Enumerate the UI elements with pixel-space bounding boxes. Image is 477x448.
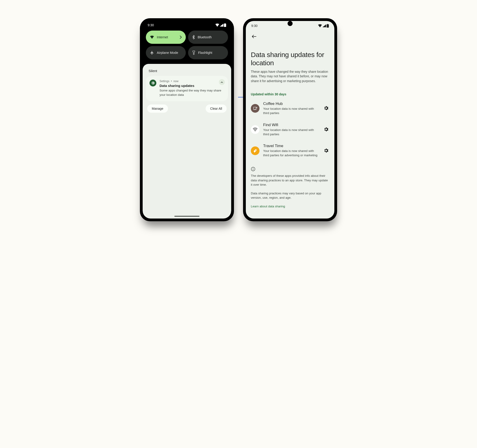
phone-notification-shade: 9:30 Internet Bluetooth [140, 18, 234, 221]
back-button[interactable] [250, 32, 258, 41]
app-settings-button[interactable] [323, 127, 329, 133]
svg-rect-0 [224, 24, 226, 27]
info-icon [251, 167, 329, 171]
status-bar: 9:30 [143, 21, 231, 29]
notification-card[interactable]: Settings • now Data sharing updates Some… [146, 76, 228, 101]
app-row-find-wifi[interactable]: Find Wifi Your location data is now shar… [246, 119, 334, 140]
chevron-up-icon [221, 82, 223, 83]
app-row-coffee-hub[interactable]: Coffee Hub Your location data is now sha… [246, 98, 334, 119]
bluetooth-icon [192, 35, 195, 39]
svg-point-6 [255, 131, 256, 131]
qs-tile-airplane[interactable]: Airplane Mode [146, 46, 186, 59]
svg-rect-3 [327, 24, 329, 28]
notification-panel: Silent Settings • now Data sharing updat… [143, 64, 231, 218]
wifi-icon [318, 24, 322, 27]
qs-label: Flashlight [198, 51, 212, 54]
arrow-back-icon [252, 35, 256, 39]
section-silent: Silent [146, 69, 228, 76]
airplane-icon [150, 51, 154, 55]
qs-tile-flashlight[interactable]: Flashlight [188, 46, 228, 59]
collapse-button[interactable] [219, 79, 225, 85]
app-settings-button[interactable] [323, 148, 329, 154]
wifi-icon [215, 24, 219, 27]
app-name: Find Wifi [263, 123, 320, 127]
app-name: Travel Time [263, 144, 320, 148]
app-desc: Your location data is now shared with th… [263, 107, 320, 115]
app-list: Coffee Hub Your location data is now sha… [246, 98, 334, 161]
signal-icon [322, 24, 326, 27]
signal-icon [220, 24, 223, 27]
notification-title: Data sharing updates [160, 84, 224, 88]
section-label: Updated within 30 days [246, 86, 334, 98]
app-desc: Your location data is now shared with th… [263, 149, 320, 158]
app-row-travel-time[interactable]: Travel Time Your location data is now sh… [246, 140, 334, 161]
battery-icon [224, 23, 226, 27]
settings-app-icon [149, 80, 156, 86]
svg-point-10 [253, 168, 253, 168]
app-name: Coffee Hub [263, 101, 320, 106]
qs-label: Airplane Mode [157, 51, 178, 54]
wifi-app-icon [251, 125, 260, 134]
qs-tile-internet[interactable]: Internet [146, 30, 186, 44]
gear-icon [151, 81, 155, 85]
notification-body: Some apps changed the way they may share… [160, 88, 224, 97]
info-text-2: Data sharing practices may vary based on… [251, 191, 329, 200]
status-time: 9:30 [148, 23, 154, 27]
qs-label: Internet [157, 35, 168, 39]
gear-icon [323, 148, 329, 153]
page-title: Data sharing updates for location [251, 51, 329, 67]
qs-tile-bluetooth[interactable]: Bluetooth [188, 30, 228, 44]
app-desc: Your location data is now shared with th… [263, 128, 320, 137]
flashlight-icon [192, 51, 195, 55]
notification-meta: Settings • now [160, 80, 224, 83]
home-handle[interactable] [174, 216, 199, 217]
qs-label: Bluetooth [198, 35, 212, 39]
wifi-icon [150, 35, 154, 39]
page-subtitle: These apps have changed the way they sha… [251, 69, 329, 83]
app-settings-button[interactable] [323, 105, 329, 111]
status-time: 9:30 [251, 24, 257, 28]
clear-all-button[interactable]: Clear All [206, 105, 227, 113]
coffee-icon [251, 104, 260, 113]
travel-icon [251, 147, 260, 155]
info-section: The developers of these apps provided in… [246, 161, 334, 212]
svg-point-7 [255, 150, 256, 151]
quick-settings: Internet Bluetooth Airplane Mode Flashli… [143, 29, 231, 63]
status-icons [318, 24, 329, 28]
phone-settings-page: 9:30 Data sharing updates for location T… [243, 18, 337, 221]
gear-icon [323, 105, 329, 111]
svg-point-2 [194, 53, 194, 53]
manage-button[interactable]: Manage [147, 105, 168, 113]
learn-link[interactable]: Learn about data sharing [251, 204, 329, 209]
camera-punchhole [288, 21, 292, 26]
status-icons [215, 23, 226, 27]
svg-rect-1 [225, 23, 225, 24]
battery-icon [327, 24, 329, 28]
chevron-right-icon [180, 35, 182, 39]
gear-icon [323, 127, 329, 132]
info-text-1: The developers of these apps provided in… [251, 174, 329, 187]
svg-rect-4 [327, 24, 328, 24]
